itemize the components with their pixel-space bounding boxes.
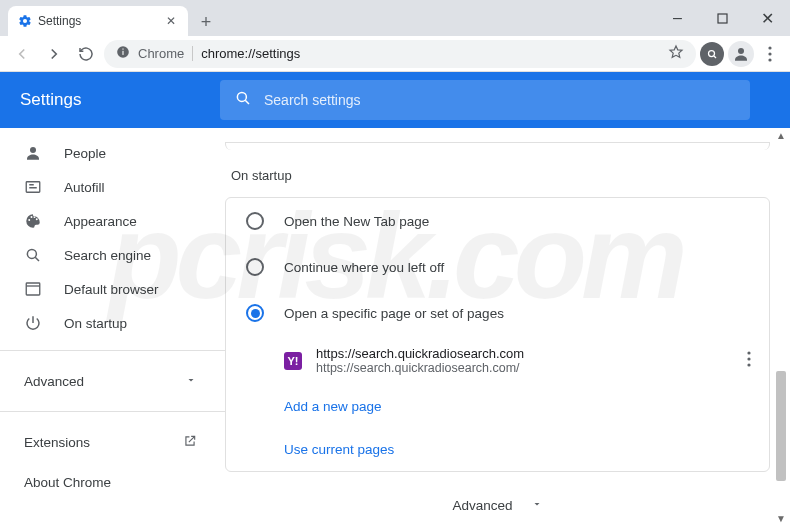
sidebar-separator — [0, 350, 225, 351]
browser-icon — [24, 280, 44, 298]
radio-icon[interactable] — [246, 212, 264, 230]
page-entry-title: https://search.quickradiosearch.com — [316, 346, 524, 361]
sidebar-item-label: Default browser — [64, 282, 159, 297]
sidebar-item-search-engine[interactable]: Search engine — [0, 238, 225, 272]
browser-tab-strip: Settings ✕ + – ✕ — [0, 0, 790, 36]
palette-icon — [24, 212, 44, 230]
browser-tab-settings[interactable]: Settings ✕ — [8, 6, 188, 36]
address-url-text: chrome://settings — [201, 46, 300, 61]
window-minimize-button[interactable]: – — [655, 0, 700, 36]
nav-forward-button[interactable] — [40, 40, 68, 68]
svg-point-8 — [768, 58, 771, 61]
option-label: Open the New Tab page — [284, 214, 429, 229]
svg-point-14 — [747, 351, 750, 354]
bookmark-star-icon[interactable] — [668, 44, 684, 63]
startup-option-new-tab[interactable]: Open the New Tab page — [226, 198, 769, 244]
new-tab-button[interactable]: + — [192, 8, 220, 36]
sidebar-separator — [0, 411, 225, 412]
open-external-icon — [183, 434, 197, 451]
settings-content: On startup Open the New Tab page Continu… — [225, 128, 790, 531]
settings-search-input[interactable] — [264, 92, 736, 108]
power-icon — [24, 314, 44, 332]
page-entry-url: https://search.quickradiosearch.com/ — [316, 361, 524, 375]
svg-rect-3 — [122, 49, 123, 50]
svg-point-6 — [768, 46, 771, 49]
svg-point-5 — [738, 48, 744, 54]
settings-search-box[interactable] — [220, 80, 750, 120]
address-bar[interactable]: Chrome chrome://settings — [104, 40, 696, 68]
window-close-button[interactable]: ✕ — [745, 0, 790, 36]
chevron-down-icon — [531, 498, 543, 513]
sidebar-item-extensions[interactable]: Extensions — [0, 422, 225, 462]
startup-page-entry: Y! https://search.quickradiosearch.com h… — [226, 336, 769, 385]
settings-sidebar: People Autofill Appearance Search engine… — [0, 128, 225, 531]
sidebar-item-on-startup[interactable]: On startup — [0, 306, 225, 340]
window-maximize-button[interactable] — [700, 0, 745, 36]
autofill-icon — [24, 178, 44, 196]
use-current-pages-link[interactable]: Use current pages — [226, 428, 769, 471]
radio-icon[interactable] — [246, 258, 264, 276]
svg-point-10 — [30, 147, 36, 153]
svg-point-7 — [768, 52, 771, 55]
scroll-track[interactable] — [774, 142, 788, 511]
sidebar-advanced-label: Advanced — [24, 374, 84, 389]
sidebar-item-label: Extensions — [24, 435, 90, 450]
startup-option-specific-pages[interactable]: Open a specific page or set of pages — [226, 290, 769, 336]
section-title-on-startup: On startup — [231, 168, 770, 183]
sidebar-item-label: People — [64, 146, 106, 161]
sidebar-item-people[interactable]: People — [0, 136, 225, 170]
svg-point-16 — [747, 363, 750, 366]
sidebar-item-label: On startup — [64, 316, 127, 331]
startup-card: Open the New Tab page Continue where you… — [225, 197, 770, 472]
settings-body: People Autofill Appearance Search engine… — [0, 128, 790, 531]
svg-rect-2 — [122, 51, 123, 55]
browser-menu-button[interactable] — [758, 46, 782, 62]
address-scheme-label: Chrome — [138, 46, 193, 61]
option-label: Open a specific page or set of pages — [284, 306, 504, 321]
sidebar-item-appearance[interactable]: Appearance — [0, 204, 225, 238]
svg-point-4 — [709, 50, 715, 56]
chevron-down-icon — [185, 374, 197, 389]
settings-title: Settings — [20, 90, 220, 110]
svg-point-12 — [27, 249, 36, 258]
scroll-up-button[interactable]: ▲ — [774, 128, 788, 142]
scroll-down-button[interactable]: ▼ — [774, 511, 788, 525]
svg-point-15 — [747, 357, 750, 360]
sidebar-item-about-chrome[interactable]: About Chrome — [0, 462, 225, 502]
advanced-footer-label: Advanced — [452, 498, 512, 513]
search-icon — [24, 246, 44, 264]
window-controls: – ✕ — [655, 0, 790, 36]
sidebar-item-label: Autofill — [64, 180, 105, 195]
sidebar-item-label: Search engine — [64, 248, 151, 263]
browser-toolbar: Chrome chrome://settings — [0, 36, 790, 72]
startup-option-continue[interactable]: Continue where you left off — [226, 244, 769, 290]
content-advanced-toggle[interactable]: Advanced — [225, 498, 770, 513]
tab-close-icon[interactable]: ✕ — [164, 14, 178, 28]
nav-back-button[interactable] — [8, 40, 36, 68]
person-icon — [24, 144, 44, 162]
add-new-page-link[interactable]: Add a new page — [226, 385, 769, 428]
radio-selected-icon[interactable] — [246, 304, 264, 322]
page-favicon: Y! — [284, 352, 302, 370]
sidebar-item-autofill[interactable]: Autofill — [0, 170, 225, 204]
scroll-thumb[interactable] — [776, 371, 786, 482]
site-info-icon[interactable] — [116, 45, 130, 62]
search-icon — [234, 89, 252, 111]
content-scrollbar: ▲ ▼ — [774, 128, 788, 525]
previous-card-bottom — [225, 142, 770, 150]
option-label: Continue where you left off — [284, 260, 444, 275]
sidebar-item-label: About Chrome — [24, 475, 111, 490]
nav-reload-button[interactable] — [72, 40, 100, 68]
tab-title: Settings — [38, 14, 158, 28]
svg-rect-0 — [718, 14, 727, 23]
sidebar-advanced-toggle[interactable]: Advanced — [0, 361, 225, 401]
omnibox-action-chip[interactable] — [700, 42, 724, 66]
page-entry-menu-button[interactable] — [747, 351, 751, 371]
settings-header: Settings — [0, 72, 790, 128]
svg-rect-13 — [26, 283, 40, 295]
sidebar-item-default-browser[interactable]: Default browser — [0, 272, 225, 306]
profile-avatar-button[interactable] — [728, 41, 754, 67]
tab-favicon-settings-icon — [18, 14, 32, 28]
svg-rect-11 — [26, 182, 40, 193]
sidebar-item-label: Appearance — [64, 214, 137, 229]
